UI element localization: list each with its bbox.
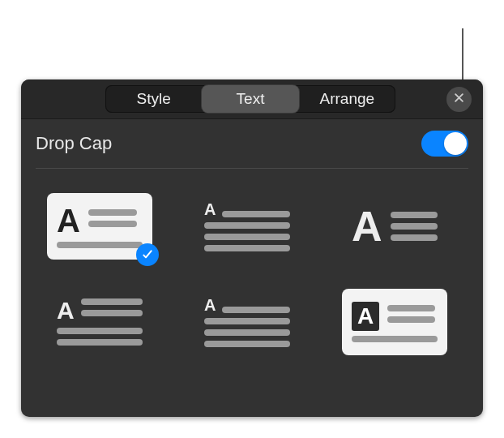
dropcap-option-6[interactable]: A: [342, 289, 447, 355]
close-button[interactable]: [446, 87, 472, 112]
letter-a-icon: A: [57, 204, 80, 237]
dropcap-option-4[interactable]: A: [47, 289, 152, 355]
dropcap-option-1[interactable]: A: [47, 193, 152, 260]
dropcap-row: Drop Cap: [36, 119, 468, 169]
close-icon: [453, 92, 465, 107]
dropcap-option-2[interactable]: A: [194, 193, 300, 260]
letter-a-icon: A: [352, 205, 382, 247]
toggle-knob: [444, 132, 467, 155]
dropcap-style-grid: A A: [21, 169, 483, 380]
tab-arrange[interactable]: Arrange: [299, 85, 395, 113]
tab-style[interactable]: Style: [105, 85, 202, 113]
dropcap-toggle[interactable]: [421, 131, 468, 157]
tab-text[interactable]: Text: [202, 85, 298, 113]
checkmark-icon: [136, 243, 159, 266]
letter-a-inverse-icon: A: [352, 302, 379, 331]
tab-segment: Style Text Arrange: [105, 85, 395, 113]
letter-a-icon: A: [204, 297, 216, 313]
format-panel: Style Text Arrange Drop Cap A: [21, 79, 483, 417]
dropcap-option-5[interactable]: A: [194, 289, 300, 355]
tab-bar: Style Text Arrange: [21, 79, 483, 119]
letter-a-icon: A: [204, 201, 216, 217]
dropcap-label: Drop Cap: [36, 133, 112, 154]
letter-a-icon: A: [57, 298, 75, 323]
dropcap-option-3[interactable]: A: [342, 193, 447, 260]
